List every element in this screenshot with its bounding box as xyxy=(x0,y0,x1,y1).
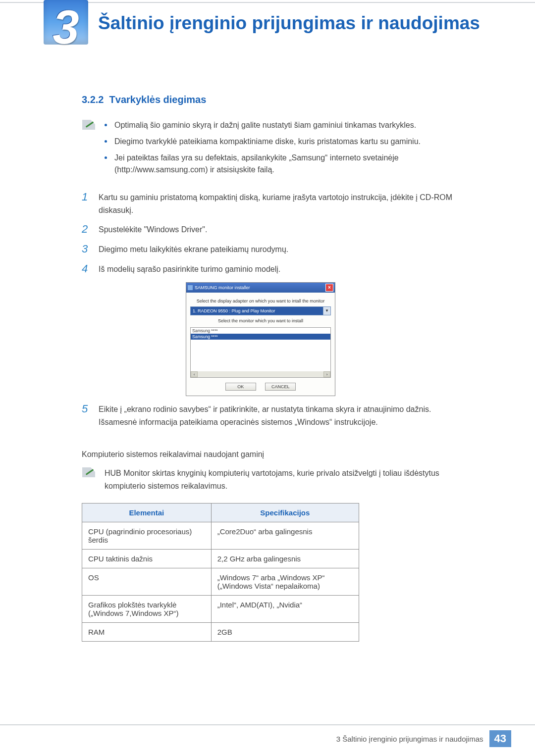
monitor-label: Select the monitor which you want to ins… xyxy=(190,318,331,323)
requirements-table: Elementai Specifikacijos CPU (pagrindini… xyxy=(82,503,359,642)
adapter-value: 1. RADEON 9550 : Plug and Play Monitor xyxy=(191,308,323,313)
installer-window: SAMSUNG monitor installer × Select the d… xyxy=(186,282,335,396)
scroll-right-icon[interactable]: › xyxy=(323,371,330,377)
step-text: Eikite į „ekrano rodinio savybes“ ir pat… xyxy=(99,403,463,428)
section-number: 3.2.2 xyxy=(82,94,104,105)
installer-title: SAMSUNG monitor installer xyxy=(195,285,323,290)
step-number: 2 xyxy=(82,223,92,236)
step-number: 5 xyxy=(82,403,92,428)
requirements-note: HUB Monitor skirtas knyginių kompiuterių… xyxy=(82,467,463,492)
section-heading: 3.2.2 Tvarkyklės diegimas xyxy=(82,94,463,105)
monitor-listbox[interactable]: Samsung **** Samsung **** ‹ › xyxy=(190,327,331,378)
scroll-left-icon[interactable]: ‹ xyxy=(191,371,198,377)
note-icon xyxy=(82,119,96,130)
steps-list-continued: 5Eikite į „ekrano rodinio savybes“ ir pa… xyxy=(82,403,463,428)
close-icon[interactable]: × xyxy=(325,284,333,292)
table-row: CPU (pagrindinio procesoriaus) šerdis„Co… xyxy=(82,522,359,550)
list-item[interactable]: Samsung **** xyxy=(191,334,330,340)
chevron-down-icon[interactable]: ▼ xyxy=(323,307,330,315)
bullet-item: Jei pateiktas failas yra su defektais, a… xyxy=(105,152,446,177)
chapter-badge: 3 xyxy=(44,0,88,59)
installer-titlebar: SAMSUNG monitor installer × xyxy=(186,283,335,293)
cancel-button[interactable]: CANCEL xyxy=(265,383,296,391)
step-text: Diegimo metu laikykitės ekrane pateikiam… xyxy=(99,243,288,256)
list-item[interactable]: Samsung **** xyxy=(191,328,330,334)
chapter-number: 3 xyxy=(44,0,88,54)
section-title: Tvarkyklės diegimas xyxy=(109,94,207,105)
step-text: Iš modelių sąrašo pasirinkite turimo gam… xyxy=(99,263,280,276)
requirements-intro: Kompiuterio sistemos reikalavimai naudoj… xyxy=(82,448,463,461)
adapter-label: Select the display adapter on which you … xyxy=(190,299,331,303)
page-footer: 3 Šaltinio įrenginio prijungimas ir naud… xyxy=(0,724,535,747)
step-text: Spustelėkite "Windows Driver". xyxy=(99,223,207,236)
note-block: Optimalią šio gaminio skyrą ir dažnį gal… xyxy=(82,119,463,180)
note-icon xyxy=(82,467,96,478)
table-row: CPU taktinis dažnis2,2 GHz arba galinges… xyxy=(82,550,359,568)
table-row: OS„Windows 7“ arba „Windows XP“ („Window… xyxy=(82,568,359,596)
window-icon xyxy=(188,285,193,290)
footer-crumb: 3 Šaltinio įrenginio prijungimas ir naud… xyxy=(336,735,483,743)
table-row: RAM2GB xyxy=(82,623,359,642)
ok-button[interactable]: OK xyxy=(225,383,256,391)
steps-list: 1Kartu su gaminiu pristatomą kompaktinį … xyxy=(82,191,463,275)
bullet-item: Diegimo tvarkyklė pateikiama kompaktinia… xyxy=(105,136,446,148)
adapter-dropdown[interactable]: 1. RADEON 9550 : Plug and Play Monitor ▼ xyxy=(190,306,331,315)
requirements-note-text: HUB Monitor skirtas knyginių kompiuterių… xyxy=(105,467,463,492)
step-number: 4 xyxy=(82,263,92,276)
page-number: 43 xyxy=(489,730,511,747)
intro-bullets: Optimalią šio gaminio skyrą ir dažnį gal… xyxy=(105,119,446,180)
step-text: Kartu su gaminiu pristatomą kompaktinį d… xyxy=(99,191,463,216)
bullet-item: Optimalią šio gaminio skyrą ir dažnį gal… xyxy=(105,119,446,132)
chapter-title: Šaltinio įrenginio prijungimas ir naudoj… xyxy=(98,13,480,34)
table-header: Elementai xyxy=(82,504,212,522)
horizontal-scrollbar[interactable]: ‹ › xyxy=(191,371,330,377)
step-number: 3 xyxy=(82,243,92,256)
table-row: Grafikos plokštės tvarkyklė („Windows 7,… xyxy=(82,596,359,623)
table-header: Specifikacijos xyxy=(211,504,359,522)
step-number: 1 xyxy=(82,191,92,216)
